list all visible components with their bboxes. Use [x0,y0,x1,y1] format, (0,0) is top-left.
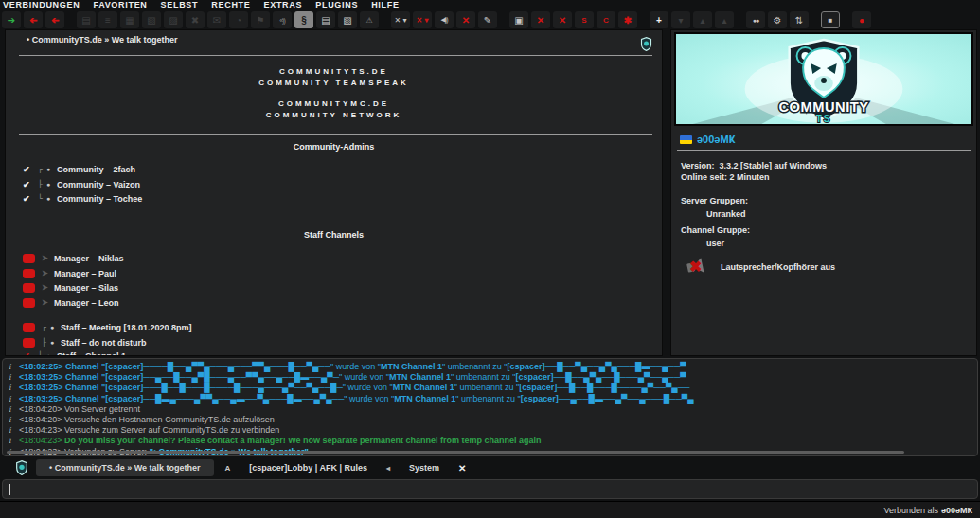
expand-channel-icon: ▴ [722,15,726,26]
chat-horizontal-scrollbar[interactable] [7,451,904,454]
add-icon: + [656,15,662,26]
chat-message: i<18:04:20> Versuche den Hostnamen Commu… [9,415,971,425]
away-status-button[interactable]: ◔ [229,11,248,28]
identities-icon: ≡ [105,15,111,26]
offline-messages-icon: ✉ [213,15,221,26]
hotkeys-icon: ⚑ [257,15,265,26]
section-header-staff[interactable]: Staff Channels [6,230,662,240]
permissions-button[interactable]: § [294,11,313,28]
section-header-admins[interactable]: Community-Admins [6,142,662,152]
server-tree: • CommunityTS.de » We talk together COMM… [5,29,663,356]
binoculars-icon: ●● [753,17,758,24]
banner-graphic: COMMUNITY TS [676,34,971,124]
channel-row[interactable]: ✔┌●Community – 2fach [6,163,662,175]
menu-hilfe[interactable]: HILFE [371,0,400,9]
identities-button[interactable]: ≡ [98,11,117,28]
record-button[interactable]: ● [852,11,871,28]
subscribe-channels-button[interactable]: ⇅ [790,11,809,28]
channel-row[interactable]: ✔└●Staff – Channel 1 [6,349,662,356]
arrow-icon: ➤ [42,298,54,307]
microphone-muted-button[interactable]: ✕ [456,11,475,28]
channel-row[interactable]: ✔├●Community – Vaizon [6,178,662,190]
menu-rechte[interactable]: RECHTE [211,0,250,9]
status-text: Verbunden als [883,506,938,515]
channel-row[interactable]: ✔└●Community – Tochee [6,192,662,205]
client-name-row[interactable]: ə00əMҜ [680,134,735,145]
server-name: • CommunityTS.de » We talk together [27,35,178,45]
menu-extras[interactable]: EXTRAS [264,0,303,9]
stop-button[interactable]: ■ [821,11,840,28]
menu-plugins[interactable]: PLUGINS [315,0,358,9]
spacer-channel[interactable]: COMMUNITY TEAMSPEAK [6,79,662,87]
menu-favoriten[interactable]: FAVORITEN [93,0,147,9]
whisper-button[interactable]: ✎ [478,11,497,28]
expand-channel-button[interactable]: ▴ [715,11,734,28]
channel-row[interactable]: ➤Manager – Paul [6,267,662,279]
speakers-muted-button[interactable]: ✕ [531,11,550,28]
arrow-icon: ➤ [42,283,54,292]
tab-channel[interactable]: [cspacer]Lobby | AFK | Rules [241,459,375,476]
soundpack-icon: «)) [279,17,285,24]
menu-selbst[interactable]: SELBST [161,0,199,9]
client-log-button[interactable]: ▧ [338,11,357,28]
away-toggle-icon: ✕ ▾ [395,16,407,25]
client-edit-button[interactable]: ▨ [164,11,183,28]
offline-messages-button[interactable]: ✉ [207,11,226,28]
tab-server[interactable]: • CommunityTS.de » We talk together [36,459,214,476]
soundpack-button[interactable]: «)) [273,11,292,28]
channel-row[interactable]: ├●Staff – do not disturb [6,336,662,348]
search-button[interactable]: ●● [746,11,765,28]
bookmarks-icon: ▤ [81,15,90,26]
chat-input[interactable] [2,479,978,499]
channel-label: Staff – Meeting [18.01.2020 8pm] [61,323,192,332]
disconnect-button[interactable]: ➔ [24,11,43,28]
ban-list-button[interactable]: ✖ [186,11,205,28]
add-button[interactable]: + [650,11,668,28]
tab-system[interactable]: System [401,459,447,476]
spacer-channel[interactable]: COMMUNITY NETWORK [6,111,662,119]
expand-all-icon: ▴ [700,15,704,26]
server-shield-icon [640,37,652,51]
avatar-button[interactable]: ▣ [509,11,528,28]
chat-message: i<18:03:25> Channel "[cspacer]──▄──█──▄▀… [9,372,971,383]
channel-row[interactable]: ➤Manager – Niklas [6,252,662,264]
server-entry[interactable]: • CommunityTS.de » We talk together [6,35,662,45]
alert-icon: ✱ [624,15,632,26]
speaker-volume-button[interactable]: ◀)) [435,11,454,28]
server-log-button[interactable]: ▤ [316,11,335,28]
alert-button[interactable]: ✱ [618,11,637,28]
chat-log[interactable]: i<18:02:25> Channel "[cspacer]────█──▄▀▀… [2,358,978,456]
mute-microphone-button[interactable]: ✕ ▾ [413,11,432,28]
channel-row[interactable]: ➤Manager – Silas [6,281,662,294]
server-edit-button[interactable]: ▦ [120,11,139,28]
channel-row[interactable]: ➤Manager – Leon [6,296,662,309]
close-tab-icon[interactable]: ✕ [458,463,466,473]
divider [19,55,652,56]
bookmarks-button[interactable]: ▤ [77,11,96,28]
arrow-icon: ➤ [42,254,54,262]
mic-hardware-muted-button[interactable]: ✕ [553,11,572,28]
channel-edit-icon: ▧ [147,15,155,26]
menu-verbindungen[interactable]: VERBINDUNGEN [3,0,80,9]
whisper-icon: ✎ [484,15,491,26]
channelgroup-value: user [706,239,724,248]
connect-button[interactable]: ➔ [2,11,21,28]
disconnect-all-button[interactable]: ➔ [45,11,64,28]
tab-arrow-icon[interactable]: ◂ [386,464,390,473]
channel-edit-button[interactable]: ▧ [142,11,161,28]
away-toggle-button[interactable]: ✕ ▾ [391,11,410,28]
expand-all-button[interactable]: ▴ [693,11,712,28]
phone-c-button[interactable]: C [597,11,615,28]
spacer-channel[interactable]: COMMUNITYTS.DE [6,67,662,76]
hotkeys-button[interactable]: ⚑ [251,11,270,28]
info-icon: i [9,425,13,436]
server-banner[interactable]: COMMUNITY TS [674,32,973,126]
spacer-channel[interactable]: COMMUNITYMC.DE [6,99,662,108]
tools-button[interactable]: ⚙ [768,11,787,28]
log-warning-button[interactable]: ⚠ [360,11,379,28]
version-label: Version: [681,161,717,170]
channel-row[interactable]: ┌●Staff – Meeting [18.01.2020 8pm] [6,321,662,333]
phone-s-button[interactable]: S [575,11,594,28]
divider [677,150,971,151]
collapse-all-button[interactable]: ▾ [671,11,690,28]
